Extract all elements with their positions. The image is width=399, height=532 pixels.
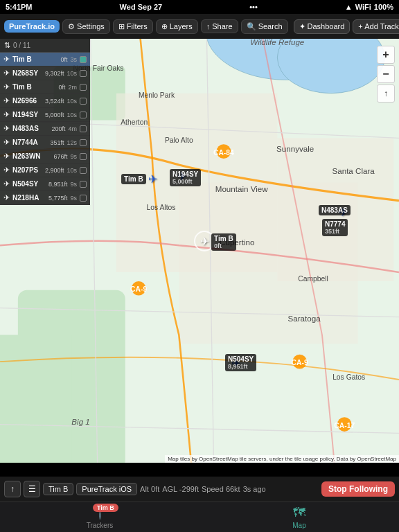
signal-icon: ▲ bbox=[345, 3, 353, 11]
follow-checkbox[interactable] bbox=[80, 84, 87, 91]
follow-checkbox[interactable] bbox=[80, 112, 87, 118]
svg-text:Santa Clara: Santa Clara bbox=[332, 166, 375, 175]
svg-text:CA-9: CA-9 bbox=[292, 359, 308, 366]
aircraft-icon: ✈ bbox=[3, 96, 10, 105]
tracker-item[interactable]: ✈ N483AS 200ft 4m bbox=[0, 122, 90, 136]
svg-text:Atherton: Atherton bbox=[121, 118, 148, 126]
follow-checkbox[interactable] bbox=[80, 167, 87, 174]
svg-text:Menlo Park: Menlo Park bbox=[139, 91, 175, 99]
share-icon: ↑ bbox=[206, 22, 211, 30]
agl-stat: AGL -299ft bbox=[162, 485, 199, 493]
aircraft-icon: ✈ bbox=[3, 124, 10, 133]
tracker-item[interactable]: ✈ N268SY 9,302ft 10s bbox=[0, 66, 90, 80]
menu-button[interactable]: ☰ bbox=[24, 481, 40, 497]
label-n483as[interactable]: N483AS bbox=[319, 205, 351, 215]
map-attribution: Map tiles by OpenStreetMap tile servers,… bbox=[165, 455, 399, 463]
time-ago: 3s ago bbox=[243, 485, 266, 493]
label-timb2[interactable]: Tim B 0ft bbox=[211, 233, 236, 251]
aircraft-icon: ✈ bbox=[3, 193, 10, 202]
tracker-item[interactable]: ✈ N194SY 5,000ft 10s bbox=[0, 108, 90, 122]
tab-map[interactable]: 🗺 Map bbox=[200, 503, 399, 532]
settings-icon: ⚙ bbox=[68, 22, 75, 31]
panel-header: ⇅ 0 / 11 bbox=[0, 39, 90, 53]
battery-indicator: 100% bbox=[374, 3, 393, 11]
svg-text:Wildlife Refuge: Wildlife Refuge bbox=[250, 39, 305, 46]
svg-text:Los Gatos: Los Gatos bbox=[332, 373, 365, 381]
dashboard-icon: ✦ bbox=[299, 22, 305, 31]
label-n194sy[interactable]: N194SY 5,000ft bbox=[170, 169, 201, 186]
label-timb1[interactable]: Tim B bbox=[121, 174, 146, 184]
share-button[interactable]: ↑ Share bbox=[201, 19, 238, 33]
label-n504sy[interactable]: N504SY 8,951ft bbox=[225, 354, 256, 371]
svg-text:Saratoga: Saratoga bbox=[288, 314, 321, 323]
aircraft-timb1[interactable]: ✈ bbox=[148, 172, 157, 186]
tracker-item[interactable]: ✈ N7744A 351ft 12s bbox=[0, 136, 90, 150]
bottom-status-bar: ↑ ☰ Tim B PureTrack iOS Alt 0ft AGL -299… bbox=[0, 477, 399, 502]
follow-checkbox[interactable] bbox=[80, 181, 87, 188]
label-n7744[interactable]: N7774 351ft bbox=[322, 219, 348, 236]
tracker-item[interactable]: ✈ N218HA 5,775ft 9s bbox=[0, 191, 90, 205]
search-button[interactable]: 🔍 Search bbox=[241, 19, 288, 34]
filters-button[interactable]: ⊞ Filters bbox=[113, 19, 153, 34]
map-controls: + − ↑ bbox=[377, 46, 395, 103]
follow-checkbox[interactable] bbox=[80, 70, 87, 77]
svg-text:Los Altos: Los Altos bbox=[147, 204, 176, 211]
sort-icon[interactable]: ⇅ bbox=[4, 41, 10, 50]
follow-checkbox[interactable] bbox=[80, 195, 87, 202]
active-tracker-name[interactable]: Tim B bbox=[43, 483, 73, 495]
aircraft-icon: ✈ bbox=[3, 179, 10, 188]
aircraft-icon: ✈ bbox=[3, 82, 10, 91]
tracker-item[interactable]: ✈ N263WN 676ft 9s bbox=[0, 150, 90, 163]
add-tracker-button[interactable]: + Add Tracker bbox=[353, 19, 399, 34]
app-name-tag: PureTrack iOS bbox=[76, 483, 137, 495]
svg-point-1 bbox=[277, 39, 384, 94]
aircraft-icon: ✈ bbox=[3, 69, 10, 78]
tab-bar: 📍 Trackers Tim B 🗺 Map bbox=[0, 502, 399, 532]
svg-text:CA-17: CA-17 bbox=[334, 422, 355, 429]
status-dots: ••• bbox=[249, 3, 258, 11]
tracker-item[interactable]: ✈ N26966 3,524ft 10s bbox=[0, 94, 90, 108]
layers-icon: ⊕ bbox=[161, 22, 168, 31]
zoom-out-button[interactable]: − bbox=[377, 65, 395, 83]
svg-text:Palo Alto: Palo Alto bbox=[165, 136, 193, 144]
stop-following-button[interactable]: Stop Following bbox=[321, 481, 395, 497]
compass-button[interactable]: ↑ bbox=[377, 85, 395, 103]
svg-text:CA-84: CA-84 bbox=[213, 149, 234, 157]
tracker-item[interactable]: ✈ N207PS 2,900ft 10s bbox=[0, 163, 90, 177]
follow-checkbox[interactable] bbox=[80, 139, 87, 146]
aircraft-icon: ✈ bbox=[3, 138, 10, 147]
trackers-label: Trackers bbox=[87, 522, 114, 529]
status-time: 5:41PM bbox=[6, 3, 33, 11]
svg-text:Big 1: Big 1 bbox=[71, 417, 89, 426]
svg-rect-3 bbox=[0, 335, 71, 463]
nav-bar: PureTrack.io ⚙ Settings ⊞ Filters ⊕ Laye… bbox=[0, 14, 399, 39]
dashboard-button[interactable]: ✦ Dashboard bbox=[294, 19, 351, 34]
alt-stat: Alt 0ft bbox=[140, 485, 159, 493]
follow-checkbox[interactable] bbox=[80, 125, 87, 132]
up-arrow-button[interactable]: ↑ bbox=[4, 481, 21, 497]
follow-checkbox[interactable] bbox=[80, 98, 87, 105]
svg-text:CA-9: CA-9 bbox=[130, 285, 147, 293]
search-icon: 🔍 bbox=[247, 22, 256, 31]
map-icon: 🗺 bbox=[293, 506, 305, 520]
filters-icon: ⊞ bbox=[118, 22, 125, 31]
zoom-in-button[interactable]: + bbox=[377, 46, 395, 64]
wifi-icon: WiFi bbox=[355, 3, 371, 11]
tracker-count: 0 / 11 bbox=[13, 42, 30, 49]
tracker-item[interactable]: ✈ Tim B 0ft 3s bbox=[0, 53, 90, 66]
status-bar: 5:41PM Wed Sep 27 ••• ▲ WiFi 100% bbox=[0, 0, 399, 14]
follow-checkbox[interactable] bbox=[80, 153, 87, 160]
layers-button[interactable]: ⊕ Layers bbox=[156, 19, 198, 34]
tab-trackers[interactable]: 📍 Trackers Tim B bbox=[0, 502, 200, 532]
aircraft-icon: ✈ bbox=[3, 110, 10, 119]
svg-text:Sunnyvale: Sunnyvale bbox=[276, 144, 314, 153]
follow-checkbox[interactable] bbox=[80, 56, 87, 63]
svg-text:Mountain View: Mountain View bbox=[215, 184, 269, 193]
tracker-item[interactable]: ✈ N504SY 8,951ft 9s bbox=[0, 177, 90, 191]
settings-button[interactable]: ⚙ Settings bbox=[62, 19, 110, 34]
speed-stat: Speed 66kt bbox=[202, 485, 240, 493]
map-label: Map bbox=[292, 522, 305, 529]
app-logo[interactable]: PureTrack.io bbox=[4, 20, 60, 33]
tracker-item[interactable]: ✈ Tim B 0ft 2m bbox=[0, 80, 90, 94]
aircraft-icon: ✈ bbox=[3, 166, 10, 175]
